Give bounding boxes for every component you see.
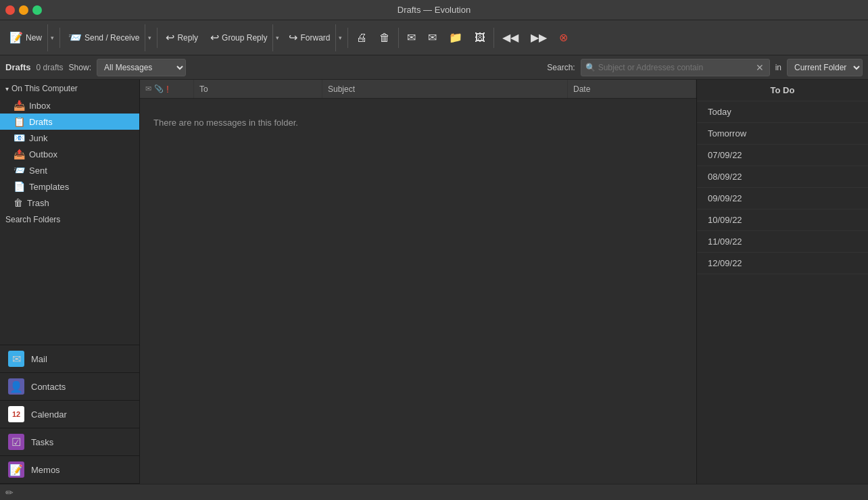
reply-button[interactable]: ↩ Reply [160, 24, 203, 51]
send-receive-button[interactable]: 📨 Send / Receive [63, 24, 145, 51]
sidebar-group-on-this-computer[interactable]: ▾ On This Computer [0, 80, 139, 97]
forward-dropdown[interactable]: ▾ [335, 24, 345, 51]
todo-item-date-2[interactable]: 09/09/22 [697, 188, 868, 209]
reply-label: Reply [177, 33, 198, 43]
calendar-nav-icon: 12 [8, 406, 24, 422]
action-icon-2: ✉ [428, 31, 437, 44]
outbox-icon: 📤 [14, 149, 25, 159]
chevron-down-icon-5: ▾ [5, 85, 9, 93]
action-button-4[interactable]: 🖼 [469, 24, 491, 51]
sent-icon: 📨 [14, 165, 25, 176]
action-icon-4: 🖼 [475, 32, 485, 44]
show-label: Show: [69, 63, 91, 72]
window-controls [5, 5, 42, 15]
chevron-down-icon-2: ▾ [148, 34, 151, 41]
sidebar-item-sent[interactable]: 📨 Sent [0, 162, 139, 178]
sidebar-search-folders[interactable]: Search Folders [0, 211, 139, 228]
close-button[interactable] [5, 5, 15, 15]
message-list-body: There are no messages in this folder. [140, 99, 696, 484]
maximize-button[interactable] [32, 5, 42, 15]
minimize-button[interactable] [19, 5, 28, 15]
reply-group: ↩ Reply [160, 24, 203, 51]
forward-group: ↪ Forward ▾ [283, 24, 345, 51]
col-icons: ✉ 📎 ! [140, 80, 194, 98]
statusbar-edit-icon[interactable]: ✏ [5, 487, 14, 498]
scope-select[interactable]: Current Folder All Folders [787, 59, 863, 76]
group-reply-button[interactable]: ↩ Group Reply [205, 24, 272, 51]
sidebar-item-templates[interactable]: 📄 Templates [0, 178, 139, 195]
trash-icon: 🗑 [14, 197, 23, 208]
col-priority-icon: ! [166, 84, 169, 95]
chevron-down-icon: ▾ [51, 34, 54, 41]
drafts-icon: 📋 [14, 116, 25, 127]
mail-nav-icon: ✉ [8, 351, 24, 367]
todo-item-today[interactable]: Today [697, 101, 868, 123]
todo-panel: To Do Today Tomorrow 07/09/22 08/09/22 0… [696, 80, 868, 484]
filterbar: Drafts 0 drafts Show: All Messages Unrea… [0, 55, 868, 80]
sidebar-item-outbox[interactable]: 📤 Outbox [0, 146, 139, 162]
nav-fwd-button[interactable]: ▶▶ [525, 24, 552, 51]
todo-item-date-1[interactable]: 08/09/22 [697, 166, 868, 188]
contacts-nav-icon: 👤 [8, 378, 24, 395]
sidebar-item-drafts[interactable]: 📋 Drafts [0, 114, 139, 130]
send-receive-group: 📨 Send / Receive ▾ [63, 24, 154, 51]
sidebar-item-label-sent: Sent [29, 166, 47, 176]
delete-button[interactable]: 🗑 [374, 24, 395, 51]
chevron-down-icon-4: ▾ [339, 34, 342, 41]
action-button-3[interactable]: 📁 [443, 24, 468, 51]
nav-back-button[interactable]: ◀◀ [497, 24, 524, 51]
nav-item-mail[interactable]: ✉ Mail [0, 345, 139, 373]
separator-3 [347, 28, 348, 48]
todo-item-date-3[interactable]: 10/09/22 [697, 209, 868, 231]
search-container: 🔍 ✕ [581, 59, 770, 76]
bottom-nav: ✉ Mail 👤 Contacts 12 Calendar ☑ Tasks 📝 … [0, 345, 139, 484]
sidebar-item-junk[interactable]: 📧 Junk [0, 130, 139, 146]
new-dropdown-button[interactable]: ▾ [47, 24, 57, 51]
message-count: 0 drafts [37, 63, 64, 72]
templates-icon: 📄 [14, 181, 25, 192]
in-label: in [775, 63, 781, 72]
sidebar-item-inbox[interactable]: 📥 Inbox [0, 97, 139, 114]
search-clear-button[interactable]: ✕ [754, 62, 765, 73]
todo-item-tomorrow[interactable]: Tomorrow [697, 123, 868, 145]
forward-label: Forward [300, 33, 330, 43]
search-input[interactable] [598, 63, 754, 72]
forward-button[interactable]: ↪ Forward [283, 24, 335, 51]
nav-item-contacts[interactable]: 👤 Contacts [0, 373, 139, 401]
search-label: Search: [547, 63, 575, 72]
action-button-2[interactable]: ✉ [423, 24, 442, 51]
message-list-header: ✉ 📎 ! To Subject Date [140, 80, 696, 99]
todo-item-date-4[interactable]: 11/09/22 [697, 231, 868, 253]
group-reply-dropdown[interactable]: ▾ [272, 24, 282, 51]
new-button[interactable]: 📝 New [4, 24, 47, 51]
filter-select[interactable]: All Messages Unread Messages Important [97, 59, 186, 76]
nav-label-calendar: Calendar [31, 409, 67, 420]
separator-5 [493, 28, 494, 48]
nav-label-contacts: Contacts [31, 382, 66, 392]
group-reply-icon: ↩ [210, 31, 219, 44]
search-folders-label: Search Folders [5, 215, 60, 224]
nav-cancel-button[interactable]: ⊗ [554, 24, 573, 51]
action-icon-3: 📁 [449, 31, 462, 44]
sidebar-item-trash[interactable]: 🗑 Trash [0, 195, 139, 211]
sidebar-item-label-inbox: Inbox [29, 101, 51, 111]
nav-item-tasks[interactable]: ☑ Tasks [0, 428, 139, 456]
action-button-1[interactable]: ✉ [402, 24, 421, 51]
send-receive-dropdown-button[interactable]: ▾ [145, 24, 154, 51]
col-subject-header: Subject [322, 80, 568, 98]
nav-item-calendar[interactable]: 12 Calendar [0, 401, 139, 428]
todo-item-date-5[interactable]: 12/09/22 [697, 253, 868, 274]
nav-item-memos[interactable]: 📝 Memos [0, 456, 139, 484]
inbox-icon: 📥 [14, 100, 25, 111]
action-icon-1: ✉ [407, 31, 416, 44]
nav-label-memos: Memos [31, 465, 60, 475]
new-label: New [26, 33, 42, 43]
separator-4 [398, 28, 399, 48]
col-to-label: To [199, 84, 208, 94]
content-area: ✉ 📎 ! To Subject Date There are no messa… [140, 80, 696, 484]
tasks-nav-icon: ☑ [8, 434, 24, 450]
todo-item-date-0[interactable]: 07/09/22 [697, 145, 868, 166]
nav-cancel-icon: ⊗ [559, 31, 568, 44]
print-button[interactable]: 🖨 [351, 24, 372, 51]
group-reply-group: ↩ Group Reply ▾ [205, 24, 282, 51]
